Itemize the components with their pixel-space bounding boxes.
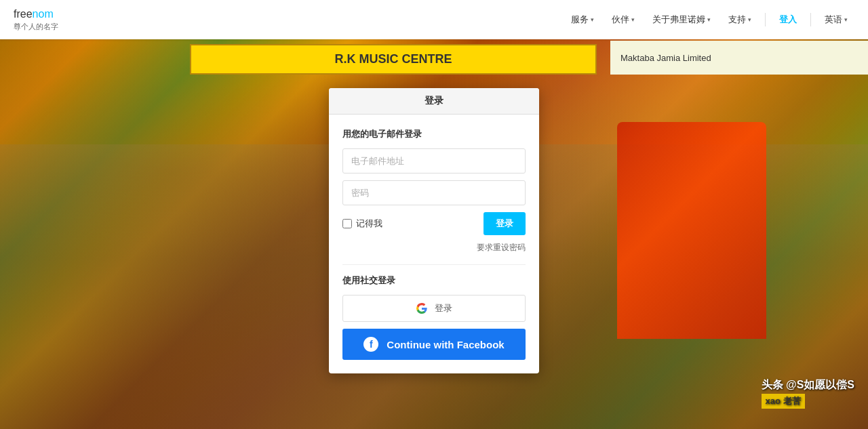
rickshaw-element — [617, 122, 766, 339]
facebook-login-button[interactable]: f Continue with Facebook — [342, 329, 526, 360]
nav-divider-2 — [810, 13, 811, 26]
logo[interactable]: freenom 尊个人的名字 — [14, 8, 58, 32]
facebook-button-label: Continue with Facebook — [387, 339, 504, 350]
email-field[interactable] — [342, 148, 526, 173]
nav-about[interactable]: 关于弗里诺姆 ▾ — [646, 9, 717, 30]
navbar: freenom 尊个人的名字 服务 ▾ 伙伴 ▾ 关于弗里诺姆 ▾ 支持 ▾ 登… — [0, 0, 868, 39]
google-login-label: 登录 — [435, 302, 452, 314]
nav-login[interactable]: 登入 — [772, 9, 804, 30]
watermark-line1: 头条 @S如愿以偿S — [762, 378, 854, 392]
chevron-down-icon: ▾ — [591, 16, 594, 23]
social-section-title: 使用社交登录 — [342, 274, 526, 287]
divider — [342, 264, 526, 265]
chevron-down-icon: ▾ — [748, 16, 751, 23]
rk-music-sign: R.K MUSIC CENTRE — [190, 44, 597, 75]
card-title: 登录 — [329, 88, 539, 115]
nav-partners[interactable]: 伙伴 ▾ — [605, 9, 642, 30]
chevron-down-icon: ▾ — [631, 16, 635, 23]
login-card: 登录 用您的电子邮件登录 记得我 登录 要求重设密码 使用社交登录 — [329, 88, 539, 373]
facebook-icon: f — [363, 337, 378, 352]
remember-me-checkbox[interactable] — [342, 219, 352, 228]
watermark: 头条 @S如愿以偿S xao 老苦 — [762, 378, 854, 409]
nav-items: 服务 ▾ 伙伴 ▾ 关于弗里诺姆 ▾ 支持 ▾ 登入 英语 ▾ — [564, 9, 854, 30]
logo-subtitle: 尊个人的名字 — [14, 22, 58, 32]
remember-left: 记得我 — [342, 218, 382, 230]
logo-nom: nom — [33, 8, 54, 20]
google-login-button[interactable]: 登录 — [342, 295, 526, 322]
password-field[interactable] — [342, 180, 526, 205]
google-icon — [416, 302, 428, 314]
watermark-xao: xao 老苦 — [762, 394, 805, 409]
email-section-title: 用您的电子邮件登录 — [342, 128, 526, 140]
nav-services[interactable]: 服务 ▾ — [564, 9, 601, 30]
nav-divider — [765, 13, 766, 26]
nav-support[interactable]: 支持 ▾ — [722, 9, 758, 30]
logo-free: free — [14, 8, 33, 20]
maktaba-sign: Maktaba Jamia Limited — [610, 41, 868, 75]
card-body: 用您的电子邮件登录 记得我 登录 要求重设密码 使用社交登录 — [329, 115, 539, 373]
nav-language[interactable]: 英语 ▾ — [818, 9, 854, 30]
reset-password-link[interactable]: 要求重设密码 — [342, 242, 526, 253]
remember-row: 记得我 登录 — [342, 212, 526, 235]
remember-me-label: 记得我 — [356, 218, 382, 230]
chevron-down-icon: ▾ — [707, 16, 711, 23]
chevron-down-icon: ▾ — [844, 16, 848, 23]
login-button[interactable]: 登录 — [484, 212, 526, 235]
